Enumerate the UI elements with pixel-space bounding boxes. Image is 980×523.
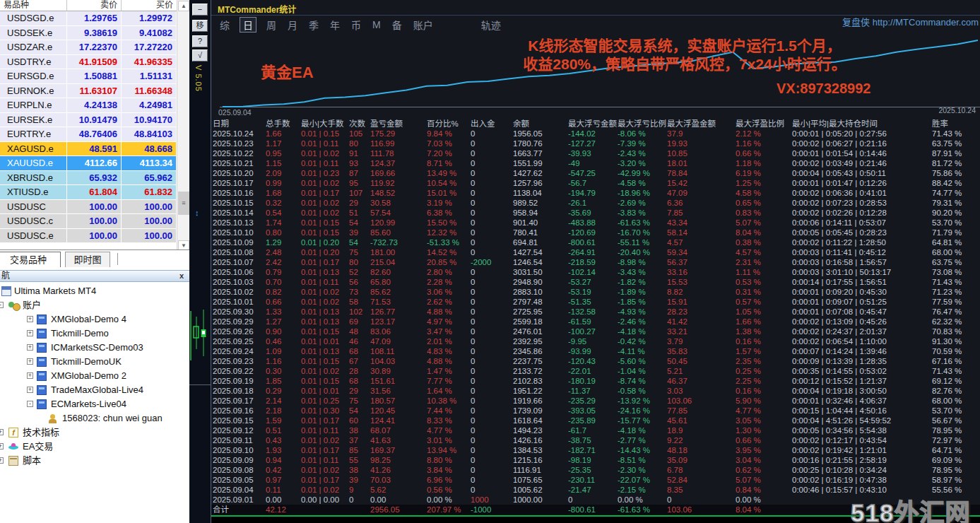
toolbar-item-轨迹[interactable]: 轨迹 <box>480 18 502 32</box>
expander-icon[interactable]: + <box>0 429 4 435</box>
table-row[interactable]: 2025.09.220.300.01 | 0.022830.891.47 %02… <box>211 366 980 376</box>
table-row[interactable]: 2025.10.060.790.01 | 0.135282.602.80 %03… <box>211 267 980 277</box>
table-row[interactable]: 2025.09.080.420.01 | 0.023841.263.84 %01… <box>211 465 980 475</box>
table-row[interactable]: 2025.10.020.820.01 | 0.027385.623.06 %02… <box>211 287 980 297</box>
market-watch-row[interactable]: EURSEK.e10.9147910.94170 <box>0 113 177 128</box>
market-watch-row[interactable]: EURPLN.e4.241384.24981 <box>0 98 177 113</box>
table-row[interactable]: 2025.09.231.160.01 | 0.1567104.034.88 %0… <box>211 356 980 366</box>
market-watch-row[interactable]: XAGUSD.e48.59148.668 <box>0 142 177 157</box>
table-row[interactable]: 2025.10.010.660.01 | 0.025871.532.62 %02… <box>211 297 980 307</box>
brand-link[interactable]: 复盘侠 http://MTCommander.com <box>842 15 979 28</box>
market-watch-row[interactable]: XBRUSD.e65.93265.962 <box>0 171 177 186</box>
toolbar-item-账户[interactable]: 账户 <box>412 18 435 32</box>
navigator-item[interactable]: +ICMarketsSC-Demo03 <box>0 341 189 355</box>
table-row[interactable]: 2025.10.140.540.01 | 0.025157.546.38 %09… <box>211 208 980 218</box>
market-watch-row[interactable]: XAUUSD.e4112.664113.34 <box>0 156 177 171</box>
toolbar-item-周[interactable]: 周 <box>265 18 278 32</box>
expander-icon[interactable]: + <box>27 358 33 365</box>
symbol-column-header[interactable]: 易品种 <box>0 0 67 11</box>
move-button[interactable]: 移 <box>192 20 208 32</box>
bid-column-header[interactable]: 卖价 <box>67 0 122 11</box>
navigator-item[interactable]: +f技术指标 <box>0 425 189 440</box>
table-row[interactable]: 2025.10.072.420.01 | 0.1780215.0420.85 %… <box>211 257 980 267</box>
navigator-item[interactable]: +TradeMaxGlobal-Live4 <box>0 383 189 397</box>
tab-tick-chart[interactable]: 即时图 <box>65 252 110 267</box>
market-watch-row[interactable]: USDSEK.e9.386199.41082 <box>0 26 177 41</box>
table-row[interactable]: 2025.09.301.330.01 | 0.13102126.774.88 %… <box>211 307 980 317</box>
table-row[interactable]: 2025.09.172.140.01 | 0.2575180.5710.38 %… <box>211 396 980 406</box>
apply-button[interactable]: √ <box>192 49 208 61</box>
market-watch-row[interactable]: USDTRY.e41.9150941.96335 <box>0 55 177 70</box>
table-row[interactable]: 2025.10.100.800.01 | 0.153985.6012.32 %0… <box>211 228 980 237</box>
market-watch-scrollbar[interactable]: ▲ ≡ ▼ <box>177 0 189 252</box>
table-row[interactable]: 2025.10.161.680.01 | 0.17107148.5215.01 … <box>211 188 980 198</box>
tab-symbols[interactable]: 交易品种 <box>0 252 61 267</box>
table-row[interactable]: 2025.10.231.170.01 | 0.1180116.997.03 %0… <box>211 139 980 148</box>
close-icon[interactable]: x <box>179 271 184 281</box>
navigator-item[interactable]: +XMGlobal-Demo 2 <box>0 369 189 383</box>
table-row[interactable]: 2025.10.241.660.01 | 0.15105175.299.84 %… <box>211 129 980 139</box>
expander-icon[interactable]: + <box>27 316 33 322</box>
table-row[interactable]: 2025.09.090.940.01 | 0.115598.258.80 %01… <box>211 455 980 465</box>
toolbar-item-综[interactable]: 综 <box>218 18 231 32</box>
expander-icon[interactable]: + <box>27 330 33 336</box>
scrollbar-thumb[interactable]: ≡ <box>178 192 189 215</box>
stats-header-row[interactable]: 日期总手数最小|大手数次数盈亏金额百分比%出入金余额最大浮亏金额最大浮亏比例最大… <box>211 119 980 129</box>
expander-icon[interactable]: - <box>27 401 33 407</box>
market-watch-row[interactable]: USDUSC.e100.00100.00 <box>0 229 177 244</box>
table-row[interactable]: 2025.09.180.290.01 | 0.012931.561.64 %01… <box>211 386 980 396</box>
table-row[interactable]: 2025.09.050.970.01 | 0.173970.036.96 %01… <box>211 475 980 485</box>
table-row[interactable]: 2025.10.220.950.01 | 0.0291111.787.20 %0… <box>211 148 980 158</box>
table-row[interactable]: 2025.10.150.320.01 | 0.022930.583.19 %09… <box>211 198 980 208</box>
toolbar-item-M[interactable]: M <box>371 19 382 30</box>
table-row[interactable]: 2025.09.241.090.01 | 0.1368108.114.83 %0… <box>211 346 980 356</box>
navigator-item[interactable]: 1568023: chun wei guan <box>0 411 189 425</box>
ask-column-header[interactable]: 买价 <box>122 0 177 11</box>
toolbar-item-币[interactable]: 币 <box>350 18 362 32</box>
toolbar-item-日[interactable]: 日 <box>240 17 256 33</box>
minimize-button[interactable]: − <box>192 4 208 16</box>
table-row[interactable]: 2025.09.101.930.01 | 0.1785169.3713.94 %… <box>211 445 980 455</box>
table-row[interactable]: 2025.09.110.430.01 | 0.023741.633.01 %01… <box>211 435 980 445</box>
toolbar-item-年[interactable]: 年 <box>329 18 341 32</box>
table-row[interactable]: 2025.10.091.290.01 | 0.2054-732.73-51.33… <box>211 237 980 247</box>
market-watch-row[interactable]: USDSGD.e1.297651.29972 <box>0 11 177 26</box>
expander-icon[interactable]: + <box>27 344 33 351</box>
navigator-item[interactable]: Ultima Markets MT4 <box>0 284 189 298</box>
market-watch-row[interactable]: EURTRY.e48.7640648.84103 <box>0 127 177 142</box>
toolbar-item-备[interactable]: 备 <box>391 18 403 32</box>
table-row[interactable]: 2025.09.191.850.01 | 0.1568151.617.77 %0… <box>211 376 980 386</box>
table-row[interactable]: 2025.10.131.740.01 | 0.1554120.9915.50 %… <box>211 218 980 228</box>
help-button[interactable]: ? <box>192 35 208 47</box>
table-row[interactable]: 2025.09.151.590.01 | 0.1760124.418.33 %0… <box>211 416 980 425</box>
market-watch-row[interactable]: EURNOK.e11.6310711.66348 <box>0 84 177 99</box>
expander-icon[interactable]: + <box>0 443 4 449</box>
market-watch-row[interactable]: EURSGD.e1.508811.51131 <box>0 69 177 84</box>
navigator-item[interactable]: -账户 <box>0 298 189 312</box>
table-row[interactable]: 2025.09.250.460.01 | 0.014647.092.01 %02… <box>211 336 980 346</box>
table-row[interactable]: 2025.09.162.180.01 | 0.3054120.457.44 %0… <box>211 406 980 416</box>
table-row[interactable]: 2025.10.082.480.01 | 0.2075181.0014.52 %… <box>211 247 980 257</box>
table-row[interactable]: 2025.10.211.150.01 | 0.1193124.378.71 %0… <box>211 158 980 168</box>
navigator-item[interactable]: -ECMarkets-Live04 <box>0 397 189 411</box>
market-watch-row[interactable]: USDZAR.e17.2237017.27220 <box>0 40 177 55</box>
expander-icon[interactable]: + <box>0 457 4 464</box>
navigator-item[interactable]: +EA交易 <box>0 440 189 454</box>
table-row[interactable]: 2025.10.202.090.01 | 0.2387169.6613.49 %… <box>211 168 980 178</box>
table-row[interactable]: 2025.09.291.270.01 | 0.1369123.174.97 %0… <box>211 317 980 327</box>
stats-panel-titlebar[interactable]: MTCommander统计 <box>211 0 980 16</box>
market-watch-row[interactable]: USDUSC.c100.00100.00 <box>0 214 177 229</box>
toolbar-item-月[interactable]: 月 <box>286 18 299 32</box>
market-watch-row[interactable]: USDUSC100.00100.00 <box>0 200 177 215</box>
navigator-item[interactable]: +Tickmill-DemoUK <box>0 355 189 369</box>
market-watch-row[interactable]: XTIUSD.e61.80461.832 <box>0 185 177 200</box>
scroll-up-icon[interactable]: ▲ <box>178 1 189 11</box>
navigator-item[interactable]: +Tickmill-Demo <box>0 327 189 341</box>
navigator-item[interactable]: +脚本 <box>0 454 189 468</box>
table-row[interactable]: 2025.10.030.700.01 | 0.115665.802.28 %02… <box>211 277 980 287</box>
expander-icon[interactable]: + <box>27 387 33 393</box>
toolbar-item-季[interactable]: 季 <box>307 18 320 32</box>
table-row[interactable]: 2025.10.170.990.01 | 0.0295119.9210.54 %… <box>211 178 980 188</box>
table-row[interactable]: 2025.09.120.510.01 | 0.113868.074.77 %01… <box>211 425 980 435</box>
expander-icon[interactable]: + <box>27 372 33 379</box>
